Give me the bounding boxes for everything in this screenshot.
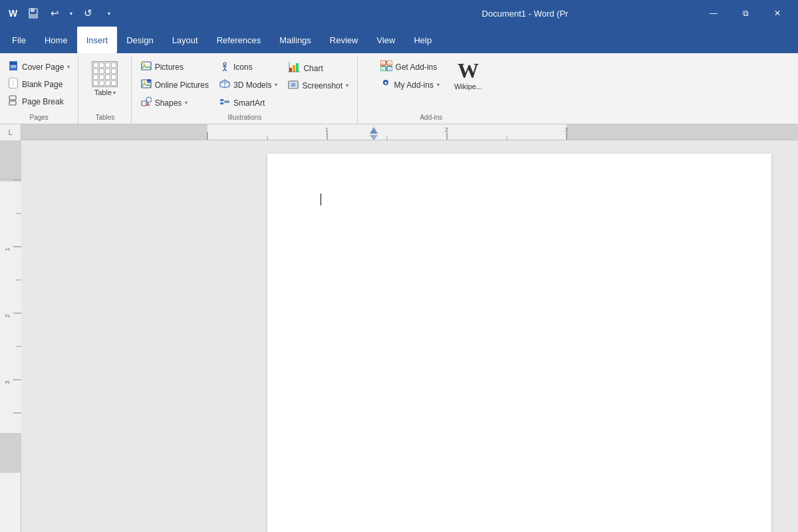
page-break-label: Page Break [22,97,64,106]
page-break-button[interactable]: Page Break [4,93,74,110]
models-3d-button[interactable]: 3D Models ▾ [215,76,281,93]
ruler-corner[interactable]: L [0,124,21,140]
svg-text:2: 2 [445,126,448,133]
svg-rect-35 [225,100,229,103]
cover-page-dropdown[interactable]: ▾ [67,64,70,70]
table-label: Table [94,88,112,96]
ribbon-group-illustrations: Pictures ↗ Online Pictures Shapes ▾ [132,56,358,124]
smartart-label: SmartArt [233,98,265,108]
menu-review[interactable]: Review [321,27,368,53]
shapes-icon [141,96,152,109]
illustrations-right: Chart Screenshot ▾ [284,59,352,93]
svg-rect-17 [142,62,144,65]
svg-rect-6 [10,62,17,65]
document-content [21,140,798,532]
ribbon-group-addins: + + + + Get Add-ins ★ My Add-ins ▾ [358,56,504,124]
redo-button[interactable]: ↺ [78,5,97,22]
screenshot-dropdown[interactable]: ▾ [346,82,348,88]
undo-dropdown[interactable]: ▾ [66,5,76,22]
illustrations-content: Pictures ↗ Online Pictures Shapes ▾ [136,56,354,112]
svg-point-19 [143,82,145,84]
get-addins-label: Get Add-ins [396,63,438,72]
page-break-icon [8,95,19,108]
table-grid-icon [92,61,118,87]
models-3d-icon [219,78,230,91]
svg-rect-46 [291,80,295,82]
svg-text:↗: ↗ [148,80,150,84]
svg-text:3: 3 [565,126,568,133]
document-page[interactable] [267,154,771,532]
save-button[interactable] [24,5,43,22]
table-button[interactable]: Table ▾ [86,59,123,99]
blank-page-label: Blank Page [22,80,63,89]
screenshot-button[interactable]: Screenshot ▾ [284,78,352,93]
get-addins-button[interactable]: + + + + Get Add-ins [376,59,444,75]
icons-button[interactable]: Icons [215,59,281,75]
svg-line-37 [223,102,225,104]
ribbon-group-pages: Cover Page ▾ Blank Page [0,56,78,124]
svg-rect-33 [220,99,223,101]
ribbon-group-tables: Table ▾ Tables [78,56,132,124]
menu-insert[interactable]: Insert [77,27,118,53]
chart-label: Chart [303,64,323,73]
shapes-button[interactable]: Shapes ▾ [137,94,213,111]
pictures-icon [141,61,152,73]
title-bar-left: W ↩ ▾ ↺ ▾ [5,5,352,22]
svg-rect-58 [567,124,798,140]
document-title: Document1 - Word (Pr [352,9,698,19]
svg-rect-4 [30,14,37,17]
pages-content: Cover Page ▾ Blank Page [3,56,75,112]
svg-rect-73 [0,180,21,433]
shapes-dropdown[interactable]: ▾ [185,100,188,106]
my-addins-button[interactable]: ★ My Add-ins ▾ [376,76,444,93]
svg-text:+: + [382,61,384,65]
smartart-button[interactable]: SmartArt [215,94,281,111]
svg-rect-14 [9,101,16,105]
menu-mailings[interactable]: Mailings [270,27,321,53]
close-button[interactable]: ✕ [762,0,793,27]
svg-rect-39 [293,65,295,72]
svg-rect-38 [289,68,292,72]
chart-button[interactable]: Chart [284,60,352,76]
svg-rect-74 [0,433,21,473]
my-addins-dropdown[interactable]: ▾ [437,82,440,88]
customize-qat[interactable]: ▾ [100,5,118,22]
tables-content: Table ▾ [85,56,124,112]
illustrations-left: Pictures ↗ Online Pictures Shapes ▾ [137,59,213,111]
blank-page-button[interactable]: Blank Page [4,76,74,92]
table-dropdown-arrow[interactable]: ▾ [113,90,116,96]
cover-page-button[interactable]: Cover Page ▾ [4,59,74,75]
shapes-label: Shapes [155,98,182,108]
wikipedia-label: Wikipe... [454,82,482,90]
svg-text:★: ★ [384,80,388,85]
menu-layout[interactable]: Layout [163,27,207,53]
svg-rect-72 [0,140,21,180]
svg-rect-3 [31,9,35,12]
restore-button[interactable]: ⧉ [730,0,761,27]
models-3d-dropdown[interactable]: ▾ [275,82,277,88]
word-icon: W [5,5,21,21]
svg-text:+: + [382,67,384,71]
wikipedia-icon: W [458,60,479,81]
pictures-button[interactable]: Pictures [137,59,213,75]
get-addins-icon: + + + + [380,61,392,73]
menu-design[interactable]: Design [117,27,162,53]
online-pictures-button[interactable]: ↗ Online Pictures [137,76,213,93]
ribbon: Cover Page ▾ Blank Page [0,53,798,124]
window-controls: — ⧉ ✕ [698,0,793,27]
blank-page-icon [8,78,19,90]
wikipedia-button[interactable]: W Wikipe... [450,59,486,93]
undo-button[interactable]: ↩ [45,5,64,22]
menu-file[interactable]: File [3,27,35,53]
smartart-icon [219,96,230,109]
icons-label: Icons [233,63,253,72]
my-addins-icon: ★ [380,78,391,91]
svg-point-25 [223,63,226,65]
menu-home[interactable]: Home [35,27,77,53]
menu-view[interactable]: View [367,27,404,53]
menu-references[interactable]: References [207,27,270,53]
screenshot-label: Screenshot [302,81,342,90]
minimize-button[interactable]: — [698,0,729,27]
menu-help[interactable]: Help [404,27,441,53]
svg-text:2: 2 [4,314,11,317]
